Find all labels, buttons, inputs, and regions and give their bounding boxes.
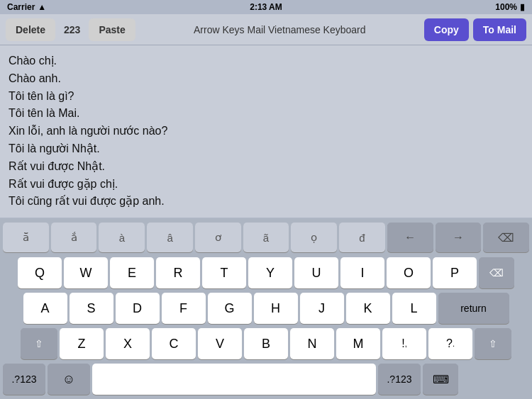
qwerty-row: Q W E R T Y U I O P ⌫ — [0, 255, 532, 291]
key-w[interactable]: W — [64, 257, 108, 288]
text-line-8: Rất vui được gặp chị. — [9, 176, 523, 193]
battery-icon: ▮ — [520, 2, 525, 12]
arrow-left-key[interactable]: ← — [387, 223, 433, 252]
keyboard-dismiss-key[interactable]: ⌨ — [423, 364, 458, 395]
keyboard: ă̆ ắ à â ơ ã ọ đ ← → ⌫ — [0, 218, 532, 399]
text-line-2: Chào anh. — [9, 70, 523, 88]
text-line-7: Rất vui được Nhật. — [9, 158, 523, 176]
carrier-label: Carrier — [7, 2, 35, 12]
arrow-left-icon: ← — [404, 231, 416, 244]
num-key-left[interactable]: .?123 — [3, 364, 45, 395]
key-q[interactable]: Q — [18, 257, 62, 288]
shift-right-icon: ⇧ — [489, 338, 497, 349]
tone-tilde-key[interactable]: ã — [243, 223, 289, 252]
tone-breve-key[interactable]: ă̆ — [3, 223, 49, 252]
wifi-icon: ▲ — [38, 2, 46, 12]
tone-row-delete-key[interactable]: ⌫ — [483, 223, 529, 252]
text-line-3: Tôi tên là gì? — [9, 88, 523, 106]
key-h[interactable]: H — [254, 293, 298, 324]
status-right: 100% ▮ — [495, 2, 525, 12]
keyboard-icon: ⌨ — [433, 373, 449, 386]
tone-row: ă̆ ắ à â ơ ã ọ đ ← → ⌫ — [0, 218, 532, 255]
copy-button[interactable]: Copy — [424, 18, 469, 41]
key-a[interactable]: A — [23, 293, 67, 324]
num-key-right[interactable]: .?123 — [378, 364, 421, 395]
key-s[interactable]: S — [70, 293, 113, 324]
status-time: 2:13 AM — [250, 2, 282, 12]
space-key[interactable] — [92, 364, 376, 395]
text-line-5: Xin lỗi, anh là người nước nào? — [9, 123, 523, 140]
emoji-key[interactable]: ☺ — [48, 364, 90, 395]
key-exclaim[interactable]: !, — [382, 328, 426, 359]
key-question[interactable]: ?. — [428, 328, 472, 359]
status-bar: Carrier ▲ 2:13 AM 100% ▮ — [0, 0, 532, 14]
emoji-icon: ☺ — [62, 372, 75, 387]
key-m[interactable]: M — [336, 328, 380, 359]
status-left: Carrier ▲ — [7, 2, 46, 12]
key-y[interactable]: Y — [248, 257, 292, 288]
key-z[interactable]: Z — [60, 328, 104, 359]
delete-icon: ⌫ — [498, 231, 514, 245]
return-key[interactable]: return — [438, 293, 509, 324]
text-area[interactable]: Chào chị. Chào anh. Tôi tên là gì? Tôi t… — [0, 45, 532, 218]
key-i[interactable]: I — [340, 257, 384, 288]
shift-key[interactable]: ⇧ — [21, 328, 57, 359]
text-line-9: Tôi cũng rất vui được gặp anh. — [9, 193, 523, 210]
tone-hat-key[interactable]: â — [147, 223, 193, 252]
key-j[interactable]: J — [300, 293, 344, 324]
toolbar-title: Arrow Keys Mail Vietnamese Keyboard — [140, 24, 420, 35]
key-e[interactable]: E — [110, 257, 154, 288]
key-t[interactable]: T — [202, 257, 246, 288]
tone-acute-key[interactable]: ắ — [51, 223, 97, 252]
key-r[interactable]: R — [156, 257, 200, 288]
char-count: 223 — [60, 24, 84, 35]
key-u[interactable]: U — [294, 257, 338, 288]
backspace-key[interactable]: ⌫ — [479, 257, 514, 288]
battery-label: 100% — [495, 2, 517, 12]
key-f[interactable]: F — [162, 293, 206, 324]
key-g[interactable]: G — [208, 293, 252, 324]
key-d[interactable]: D — [116, 293, 160, 324]
zxcv-row: ⇧ Z X C V B N M !, ?. ⇧ — [0, 326, 532, 361]
key-o[interactable]: O — [387, 257, 431, 288]
delete-button[interactable]: Delete — [6, 18, 55, 41]
tone-dot-below-key[interactable]: ọ — [291, 223, 337, 252]
backspace-icon: ⌫ — [489, 267, 504, 279]
key-l[interactable]: L — [392, 293, 436, 324]
arrow-right-icon: → — [453, 231, 464, 244]
to-mail-button[interactable]: To Mail — [473, 18, 526, 41]
text-line-4: Tôi tên là Mai. — [9, 105, 523, 123]
key-c[interactable]: C — [152, 328, 196, 359]
tone-stroke-key[interactable]: đ — [339, 223, 385, 252]
tone-grave-key[interactable]: à — [99, 223, 145, 252]
key-x[interactable]: X — [106, 328, 150, 359]
tone-hook-key[interactable]: ơ — [195, 223, 241, 252]
key-b[interactable]: B — [244, 328, 288, 359]
toolbar: Delete 223 Paste Arrow Keys Mail Vietnam… — [0, 14, 532, 45]
arrow-right-key[interactable]: → — [436, 223, 482, 252]
key-k[interactable]: K — [346, 293, 390, 324]
paste-button[interactable]: Paste — [89, 18, 135, 41]
bottom-row: .?123 ☺ .?123 ⌨ — [0, 361, 532, 399]
text-line-1: Chào chị. — [9, 52, 523, 70]
key-n[interactable]: N — [290, 328, 334, 359]
shift-icon: ⇧ — [35, 338, 43, 349]
asdf-row: A S D F G H J K L return — [0, 291, 532, 326]
key-p[interactable]: P — [433, 257, 477, 288]
text-line-6: Tôi là người Nhật. — [9, 140, 523, 158]
shift-right-key[interactable]: ⇧ — [475, 328, 511, 359]
key-v[interactable]: V — [198, 328, 242, 359]
